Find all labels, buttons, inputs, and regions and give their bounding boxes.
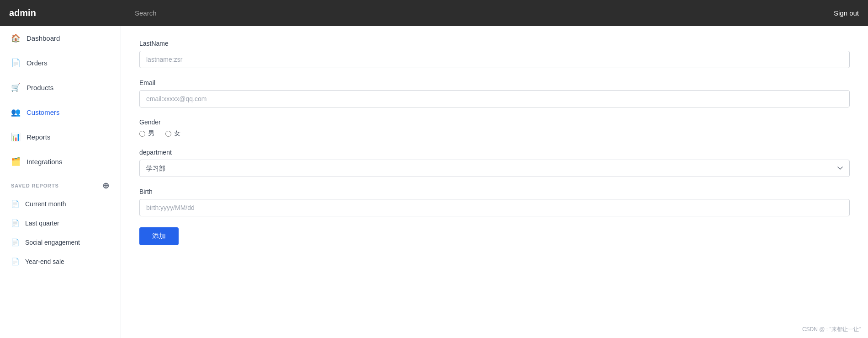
report-item-social-engagement[interactable]: 📄 Social engagement: [0, 233, 121, 252]
products-icon: 🛒: [11, 83, 20, 92]
footer-note: CSDN @ : "来都让一让": [802, 326, 861, 333]
report-label-last-quarter: Last quarter: [25, 220, 59, 227]
layout: 🏠 Dashboard 📄 Orders 🛒 Products 👥 Custom…: [0, 26, 868, 338]
gender-male-label: 男: [148, 129, 154, 138]
birth-input[interactable]: [139, 199, 850, 216]
report-label-social-engagement: Social engagement: [25, 239, 80, 246]
report-item-year-end-sale[interactable]: 📄 Year-end sale: [0, 252, 121, 271]
submit-button[interactable]: 添加: [139, 227, 179, 245]
sidebar-item-label-dashboard: Dashboard: [26, 34, 60, 42]
sidebar-item-dashboard[interactable]: 🏠 Dashboard: [0, 26, 121, 51]
search-input[interactable]: [130, 9, 834, 17]
orders-icon: 📄: [11, 58, 20, 68]
department-label: department: [139, 149, 850, 156]
integrations-icon: 🗂️: [11, 157, 20, 166]
email-label: Email: [139, 79, 850, 86]
email-input[interactable]: [139, 90, 850, 107]
report-label-year-end-sale: Year-end sale: [25, 258, 64, 265]
customers-icon: 👥: [11, 107, 20, 117]
sidebar-item-products[interactable]: 🛒 Products: [0, 75, 121, 100]
report-icon-social-engagement: 📄: [11, 238, 20, 247]
gender-male-radio[interactable]: [139, 131, 145, 137]
gender-male-option[interactable]: 男: [139, 129, 154, 138]
saved-reports-header: SAVED REPORTS ⊕: [0, 174, 121, 194]
sidebar-item-reports[interactable]: 📊 Reports: [0, 125, 121, 150]
lastname-label: LastName: [139, 40, 850, 47]
report-icon-last-quarter: 📄: [11, 219, 20, 227]
signout-button[interactable]: Sign out: [834, 9, 859, 17]
report-item-last-quarter[interactable]: 📄 Last quarter: [0, 214, 121, 233]
main-content: LastName Email Gender 男 女 de: [121, 26, 868, 338]
report-icon-year-end-sale: 📄: [11, 258, 20, 266]
birth-group: Birth: [139, 188, 850, 216]
add-report-button[interactable]: ⊕: [102, 181, 110, 191]
birth-label: Birth: [139, 188, 850, 195]
saved-reports-label: SAVED REPORTS: [11, 183, 59, 188]
brand-label: admin: [9, 8, 130, 18]
lastname-group: LastName: [139, 40, 850, 68]
report-icon-current-month: 📄: [11, 200, 20, 208]
gender-label: Gender: [139, 118, 850, 126]
report-item-current-month[interactable]: 📄 Current month: [0, 194, 121, 214]
sidebar-item-orders[interactable]: 📄 Orders: [0, 51, 121, 75]
lastname-input[interactable]: [139, 51, 850, 68]
email-group: Email: [139, 79, 850, 107]
gender-female-option[interactable]: 女: [165, 129, 180, 138]
sidebar-item-integrations[interactable]: 🗂️ Integrations: [0, 150, 121, 174]
sidebar: 🏠 Dashboard 📄 Orders 🛒 Products 👥 Custom…: [0, 26, 121, 338]
department-select[interactable]: 学习部研发部市场部运营部: [139, 160, 850, 177]
gender-female-label: 女: [174, 129, 180, 138]
sidebar-item-label-products: Products: [26, 84, 53, 91]
department-group: department 学习部研发部市场部运营部: [139, 149, 850, 177]
report-label-current-month: Current month: [25, 200, 66, 208]
gender-options: 男 女: [139, 129, 850, 138]
dashboard-icon: 🏠: [11, 33, 20, 43]
sidebar-item-label-orders: Orders: [26, 59, 48, 67]
gender-group: Gender 男 女: [139, 118, 850, 138]
gender-female-radio[interactable]: [165, 131, 171, 137]
sidebar-item-label-customers: Customers: [26, 108, 60, 116]
sidebar-item-label-reports: Reports: [26, 133, 51, 141]
sidebar-item-customers[interactable]: 👥 Customers: [0, 100, 121, 125]
sidebar-item-label-integrations: Integrations: [26, 158, 62, 166]
topbar: admin Sign out: [0, 0, 868, 26]
reports-icon: 📊: [11, 132, 20, 142]
